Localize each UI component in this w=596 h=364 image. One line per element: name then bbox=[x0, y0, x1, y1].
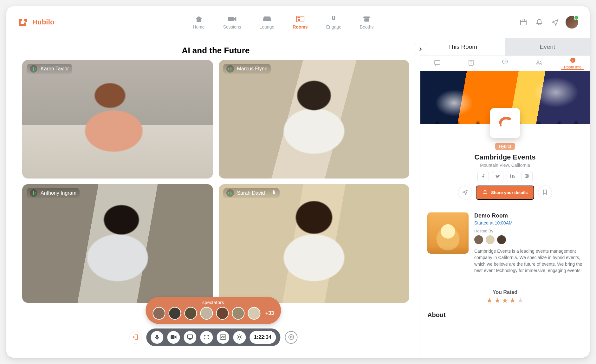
qa-icon: ? bbox=[502, 60, 509, 67]
facebook-icon bbox=[481, 173, 486, 180]
subtab-qa[interactable]: ? bbox=[488, 60, 522, 67]
svg-text:?: ? bbox=[504, 60, 506, 63]
svg-rect-13 bbox=[231, 68, 232, 69]
spectators-pill[interactable]: spectators +33 bbox=[146, 297, 281, 324]
svg-rect-16 bbox=[35, 192, 36, 194]
nav-engage[interactable]: Engage bbox=[324, 14, 343, 31]
star-icon: ★ bbox=[494, 296, 501, 305]
meeting-area: AI and the Future Karen Taylor Marcus Fl… bbox=[6, 38, 420, 358]
leave-button[interactable] bbox=[129, 331, 142, 344]
audio-bars-icon bbox=[30, 65, 37, 73]
svg-rect-34 bbox=[573, 59, 573, 59]
svg-rect-18 bbox=[230, 191, 230, 195]
host-avatar bbox=[497, 235, 506, 244]
svg-point-25 bbox=[238, 336, 240, 338]
screen-share-icon bbox=[187, 334, 193, 341]
svg-rect-10 bbox=[35, 68, 36, 69]
subtab-people[interactable] bbox=[522, 60, 556, 67]
upload-icon bbox=[482, 189, 488, 196]
svg-rect-12 bbox=[230, 67, 230, 71]
social-website[interactable] bbox=[521, 171, 533, 182]
chevron-right-icon bbox=[418, 47, 423, 52]
share-button[interactable] bbox=[458, 185, 472, 199]
svg-rect-28 bbox=[434, 61, 440, 64]
audio-bars-icon bbox=[226, 189, 234, 197]
host-avatar bbox=[486, 235, 495, 244]
expand-icon bbox=[204, 334, 209, 341]
svg-rect-6 bbox=[365, 18, 369, 22]
subtab-info[interactable]: Room Info bbox=[556, 57, 590, 69]
video-tile[interactable]: Sarah David bbox=[219, 184, 410, 303]
nav-lounge[interactable]: Lounge bbox=[257, 14, 276, 31]
subtab-label: Room Info bbox=[564, 65, 581, 69]
spectator-avatar bbox=[168, 307, 181, 320]
svg-rect-35 bbox=[510, 175, 511, 178]
booth-icon bbox=[362, 16, 371, 23]
rating-stars[interactable]: ★ ★ ★ ★ ★ bbox=[420, 296, 590, 305]
globe-icon bbox=[524, 173, 529, 180]
about-heading: About bbox=[420, 305, 590, 326]
cc-icon: CC bbox=[220, 335, 226, 341]
social-twitter[interactable] bbox=[492, 171, 503, 182]
video-tile[interactable]: Marcus Flynn bbox=[219, 60, 410, 179]
tab-label: This Room bbox=[448, 43, 477, 50]
share-details-button[interactable]: Share your details bbox=[476, 185, 534, 200]
event-type-badge: Hybrid bbox=[495, 143, 515, 150]
leave-icon bbox=[132, 334, 139, 341]
svg-rect-2 bbox=[263, 18, 271, 21]
bell-icon bbox=[536, 19, 543, 27]
cc-button[interactable]: CC bbox=[217, 331, 229, 344]
svg-rect-33 bbox=[573, 60, 573, 62]
send-button[interactable] bbox=[550, 18, 557, 26]
help-icon bbox=[288, 334, 294, 341]
mic-button[interactable] bbox=[151, 331, 163, 344]
svg-text:CC: CC bbox=[221, 336, 225, 339]
subtab-notes[interactable] bbox=[454, 60, 488, 67]
camera-icon bbox=[228, 16, 236, 23]
hosted-by-label: Hosted By bbox=[474, 229, 583, 233]
audio-bars-icon bbox=[30, 189, 37, 197]
brand: Hubilo bbox=[18, 17, 55, 28]
nav-sessions[interactable]: Sessions bbox=[221, 14, 243, 31]
nav-booths[interactable]: Booths bbox=[358, 14, 376, 31]
social-facebook[interactable] bbox=[477, 171, 489, 182]
present-button[interactable] bbox=[184, 331, 196, 344]
user-avatar[interactable] bbox=[566, 16, 578, 29]
subtab-chat[interactable] bbox=[420, 60, 454, 67]
nav-home[interactable]: Home bbox=[191, 14, 206, 31]
side-panel: This Room Event ? Room Info bbox=[420, 38, 590, 358]
nav-label: Home bbox=[193, 24, 204, 29]
help-button[interactable] bbox=[285, 331, 297, 344]
org-logo bbox=[490, 108, 520, 138]
nav-rooms[interactable]: Rooms bbox=[291, 14, 309, 31]
bookmark-button[interactable] bbox=[538, 185, 552, 199]
room-info: Demo Room Started at 10:00AM Hosted By C… bbox=[474, 212, 583, 274]
agenda-button[interactable] bbox=[518, 18, 526, 26]
tab-event[interactable]: Event bbox=[505, 38, 590, 56]
camera-button[interactable] bbox=[167, 331, 180, 344]
notifications-button[interactable] bbox=[534, 18, 541, 26]
spectator-avatar bbox=[216, 307, 229, 320]
gear-icon bbox=[236, 334, 242, 341]
collapse-panel-button[interactable] bbox=[415, 44, 426, 55]
room-time: Started at 10:00AM bbox=[474, 220, 583, 225]
host-avatar bbox=[474, 235, 483, 244]
hand-raised-icon bbox=[271, 190, 276, 196]
video-tile[interactable]: Karen Taylor bbox=[22, 60, 213, 179]
tab-label: Event bbox=[540, 43, 555, 50]
star-icon: ★ bbox=[517, 296, 524, 305]
svg-point-4 bbox=[298, 19, 300, 21]
room-card: Demo Room Started at 10:00AM Hosted By C… bbox=[420, 209, 590, 276]
linkedin-icon bbox=[510, 173, 515, 180]
svg-rect-7 bbox=[521, 20, 526, 25]
cover-image bbox=[420, 71, 590, 124]
panel-tabs: This Room Event bbox=[420, 38, 590, 56]
tab-this-room[interactable]: This Room bbox=[420, 38, 505, 56]
chat-icon bbox=[434, 60, 441, 67]
video-tile[interactable]: Anthony Ingram bbox=[22, 184, 213, 303]
social-linkedin[interactable] bbox=[507, 171, 518, 182]
fullscreen-button[interactable] bbox=[200, 331, 213, 344]
settings-button[interactable] bbox=[233, 331, 246, 344]
svg-rect-20 bbox=[156, 335, 158, 338]
nav-label: Sessions bbox=[223, 24, 241, 29]
